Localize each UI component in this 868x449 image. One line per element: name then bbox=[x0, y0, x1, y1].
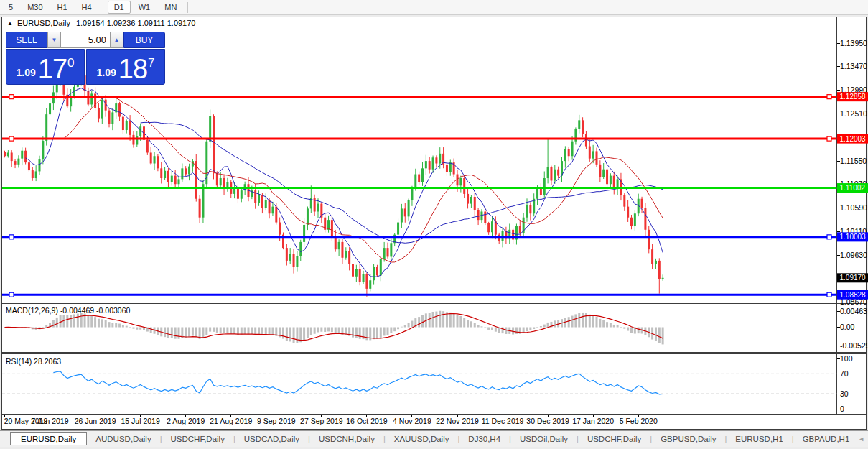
timeframe-button-5[interactable]: 5 bbox=[2, 1, 19, 14]
buy-price-big: 18 bbox=[118, 57, 147, 80]
macd-histogram-bar bbox=[380, 328, 382, 338]
macd-histogram-bar bbox=[289, 328, 291, 342]
candle bbox=[421, 168, 424, 182]
macd-histogram-bar bbox=[139, 328, 141, 330]
candle bbox=[335, 236, 337, 249]
candle bbox=[42, 141, 44, 159]
candle bbox=[101, 100, 103, 119]
symbol-tab-usdcad-daily[interactable]: USDCAD,Daily bbox=[235, 433, 308, 445]
date-tick-label: 15 Jul 2019 bbox=[121, 417, 160, 425]
volume-input[interactable] bbox=[61, 32, 110, 48]
candle bbox=[341, 242, 343, 258]
macd-histogram-bar bbox=[87, 315, 89, 327]
macd-histogram-bar bbox=[136, 328, 138, 330]
volume-increase-button[interactable]: ▲ bbox=[110, 32, 123, 48]
symbol-tab-usdchf-daily[interactable]: USDCHF,Daily bbox=[162, 433, 233, 445]
line-handle[interactable] bbox=[827, 95, 831, 99]
volume-decrease-button[interactable]: ▼ bbox=[47, 32, 61, 48]
candle bbox=[571, 142, 574, 157]
date-tick-label: 16 Oct 2019 bbox=[346, 417, 387, 425]
candle bbox=[118, 103, 121, 116]
candle bbox=[627, 207, 629, 218]
macd-histogram-bar bbox=[373, 328, 375, 340]
timeframe-button-d1[interactable]: D1 bbox=[108, 1, 131, 14]
macd-histogram-bar bbox=[80, 313, 83, 328]
sell-price-box[interactable]: 1.09 17 0 bbox=[6, 49, 85, 85]
symbol-tab-gbpusd-daily[interactable]: GBPUSD,Daily bbox=[652, 433, 724, 445]
macd-histogram-bar bbox=[439, 311, 441, 328]
line-handle[interactable] bbox=[827, 292, 831, 297]
tab-scroll-left-icon[interactable]: ◄ bbox=[858, 435, 864, 443]
toolbar-separator bbox=[103, 2, 103, 13]
candle bbox=[596, 151, 598, 164]
candle bbox=[547, 167, 549, 178]
line-handle[interactable] bbox=[9, 292, 14, 297]
line-handle[interactable] bbox=[9, 235, 14, 239]
macd-histogram-bar bbox=[662, 328, 664, 345]
timeframe-button-h1[interactable]: H1 bbox=[51, 1, 74, 14]
symbol-tab-audusd-daily[interactable]: AUDUSD,Daily bbox=[87, 433, 159, 445]
buy-price-box[interactable]: 1.09 18 7 bbox=[86, 49, 165, 85]
candle bbox=[599, 165, 601, 177]
candle bbox=[317, 204, 319, 212]
timeframe-button-m30[interactable]: M30 bbox=[21, 1, 49, 14]
symbol-tab-dj30-h4[interactable]: DJ30,H4 bbox=[459, 433, 509, 445]
macd-histogram-bar bbox=[449, 313, 452, 328]
timeframe-button-w1[interactable]: W1 bbox=[132, 1, 157, 14]
macd-histogram-bar bbox=[526, 328, 528, 332]
macd-histogram-bar bbox=[401, 327, 403, 328]
candle bbox=[411, 188, 413, 200]
candle bbox=[122, 117, 124, 130]
candle bbox=[258, 195, 260, 203]
candle bbox=[365, 274, 368, 289]
candle bbox=[11, 152, 13, 161]
symbol-tab-usdchf-daily[interactable]: USDCHF,Daily bbox=[579, 433, 650, 445]
macd-histogram-bar bbox=[202, 328, 204, 339]
symbol-tab-usdcnh-daily[interactable]: USDCNH,Daily bbox=[310, 433, 383, 445]
macd-histogram-bar bbox=[453, 313, 455, 327]
line-handle[interactable] bbox=[827, 136, 831, 141]
candle bbox=[150, 152, 152, 163]
line-handle[interactable] bbox=[9, 136, 14, 141]
price-level-label: 1.12003 bbox=[840, 135, 867, 143]
macd-histogram-bar bbox=[307, 328, 309, 338]
sell-button[interactable]: SELL bbox=[6, 32, 47, 48]
trade-panel-price-row: 1.09 17 0 1.09 18 7 bbox=[6, 49, 165, 85]
macd-histogram-bar bbox=[515, 328, 518, 334]
macd-histogram-bar bbox=[418, 317, 420, 327]
line-handle[interactable] bbox=[9, 95, 14, 99]
candle bbox=[623, 195, 625, 207]
timeframe-button-h4[interactable]: H4 bbox=[75, 1, 98, 14]
symbol-tab-eurusd-daily[interactable]: EURUSD,Daily bbox=[10, 432, 87, 445]
macd-histogram-bar bbox=[269, 328, 271, 335]
candle bbox=[299, 242, 302, 256]
buy-button[interactable]: BUY bbox=[123, 32, 165, 48]
macd-histogram-bar bbox=[582, 313, 584, 328]
macd-histogram-bar bbox=[411, 321, 413, 328]
date-tick-label: 7 Jun 2019 bbox=[32, 417, 69, 425]
timeframe-button-mn[interactable]: MN bbox=[158, 1, 183, 14]
candle bbox=[610, 176, 612, 185]
macd-histogram-bar bbox=[164, 328, 166, 338]
candle bbox=[286, 248, 288, 261]
symbol-tab-xauusd-daily[interactable]: XAUUSD,Daily bbox=[386, 433, 458, 445]
date-tick-label: 5 Feb 2020 bbox=[620, 417, 658, 425]
line-handle[interactable] bbox=[827, 235, 831, 239]
macd-histogram-bar bbox=[237, 328, 239, 335]
symbol-tab-bar: EURUSD,DailyAUDUSD,Daily|USDCHF,Daily|US… bbox=[0, 430, 868, 447]
symbol-tab-gbpaud-h1[interactable]: GBPAUD,H1 bbox=[794, 433, 859, 445]
symbol-tab-eurusd-h1[interactable]: EURUSD,H1 bbox=[727, 433, 791, 445]
macd-histogram-bar bbox=[90, 315, 93, 327]
macd-histogram-bar bbox=[195, 328, 197, 338]
macd-histogram-bar bbox=[271, 328, 274, 335]
symbol-tab-usdoil-daily[interactable]: USDOil,Daily bbox=[511, 433, 577, 445]
tab-scroll-arrows: ◄ ► bbox=[858, 435, 868, 443]
candle bbox=[376, 267, 378, 275]
macd-histogram-bar bbox=[547, 323, 549, 328]
macd-histogram-bar bbox=[73, 314, 75, 327]
trade-panel-top-row: SELL ▼ ▲ BUY bbox=[6, 32, 165, 48]
macd-histogram-bar bbox=[244, 328, 246, 335]
candle bbox=[35, 171, 37, 178]
candle bbox=[397, 223, 399, 235]
candle bbox=[474, 197, 476, 210]
